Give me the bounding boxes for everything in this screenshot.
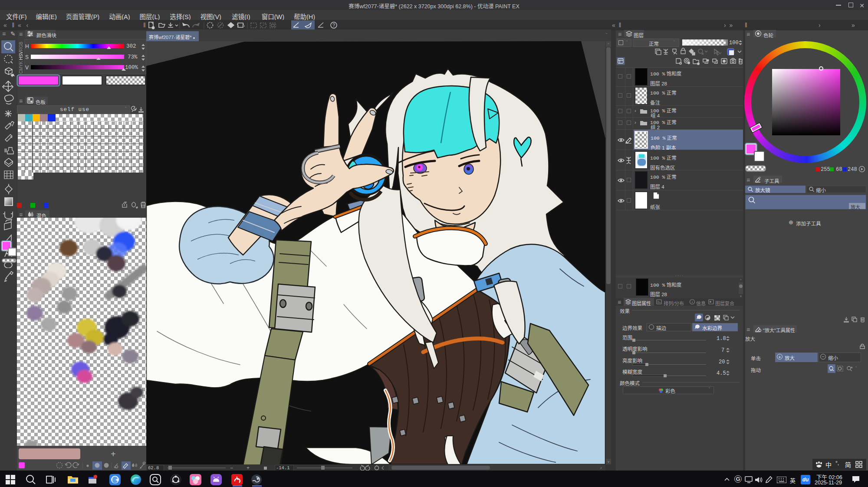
svg-text:?: ?: [332, 23, 335, 28]
